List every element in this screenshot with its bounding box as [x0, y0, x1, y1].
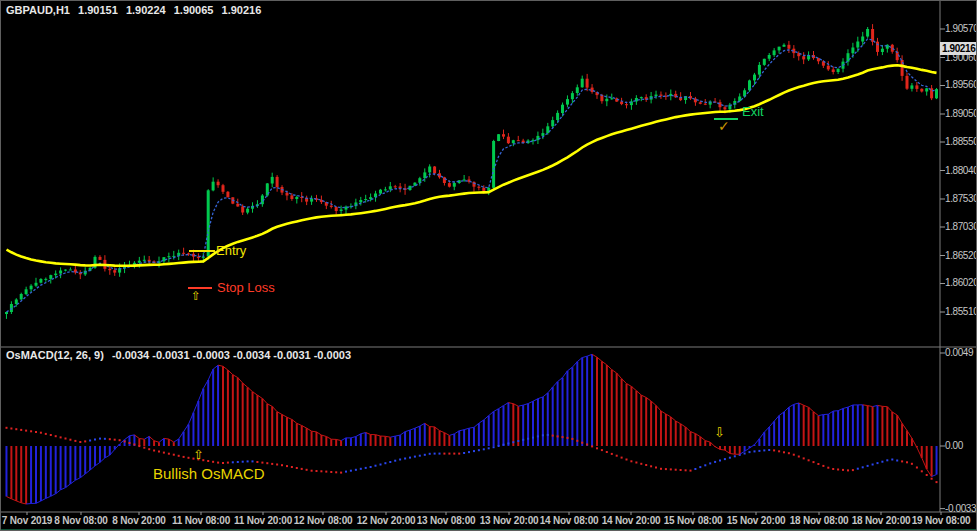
price-axis-label: 1.90570: [945, 23, 977, 34]
price-axis-label: 1.87530: [945, 193, 977, 204]
price-axis-label: 1.86520: [945, 250, 977, 261]
price-axis-label: 1.86020: [945, 277, 977, 288]
indicator-axis-label: 0.0049: [945, 347, 973, 358]
ohlc-open: 1.90151: [78, 4, 118, 16]
chart-canvas[interactable]: [1, 1, 977, 531]
stop-loss-annotation[interactable]: Stop Loss: [217, 280, 275, 295]
up-arrow-icon: ⇧: [191, 290, 201, 302]
time-axis-label: 19 Nov 08:00: [893, 515, 977, 526]
check-mark-icon: ✓: [718, 119, 730, 133]
ohlc-high: 1.90224: [126, 4, 166, 16]
price-axis-label: 1.85510: [945, 306, 977, 317]
indicator-values: -0.0034 -0.0031 -0.0003 -0.0034 -0.0031 …: [112, 349, 351, 361]
indicator-axis-label: -0.0033: [945, 503, 976, 514]
indicator-name: OsMACD(12, 26, 9): [6, 349, 104, 361]
exit-annotation[interactable]: Exit: [742, 104, 764, 119]
current-price-badge: 1.90216: [940, 42, 977, 55]
indicator-title: OsMACD(12, 26, 9) -0.0034 -0.0031 -0.000…: [6, 349, 356, 361]
down-arrow-icon: ⇩: [714, 426, 725, 439]
up-arrow-icon: ⇧: [193, 448, 204, 461]
indicator-axis-label: 0.00: [945, 440, 963, 451]
chart-title: GBPAUD,H1 1.90151 1.90224 1.90065 1.9021…: [6, 4, 266, 16]
entry-annotation[interactable]: Entry: [216, 243, 246, 258]
bullish-osmacd-annotation[interactable]: Bullish OsMACD: [153, 465, 265, 482]
ohlc-close: 1.90216: [222, 4, 262, 16]
price-axis-label: 1.87030: [945, 221, 977, 232]
ohlc-low: 1.90065: [174, 4, 214, 16]
price-axis-label: 1.89050: [945, 108, 977, 119]
price-axis-label: 1.88550: [945, 136, 977, 147]
symbol-timeframe: GBPAUD,H1: [6, 4, 70, 16]
price-axis-label: 1.88040: [945, 165, 977, 176]
price-axis-label: 1.89560: [945, 79, 977, 90]
trading-chart-window[interactable]: GBPAUD,H1 1.90151 1.90224 1.90065 1.9021…: [0, 0, 977, 531]
